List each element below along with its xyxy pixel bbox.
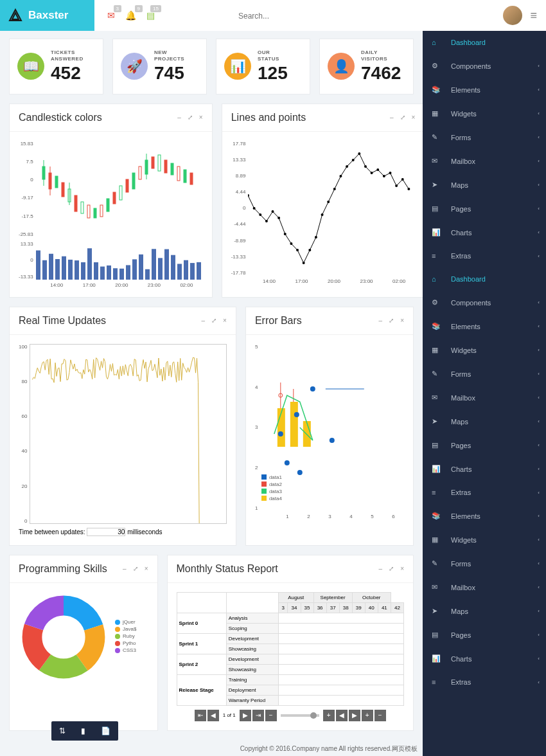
mail-icon[interactable]: ✉3	[107, 10, 115, 21]
expand-icon[interactable]: ⤢	[389, 565, 394, 572]
nav-item-elements[interactable]: 📚 Elements ‹	[423, 78, 546, 102]
nav-label: Components	[451, 62, 491, 70]
svg-point-73	[364, 165, 367, 168]
logo[interactable]: Baxster	[0, 0, 94, 31]
bell-icon[interactable]: 🔔9	[125, 10, 136, 21]
main-content: 📖 TICKETSANSWERED 452 🚀 NEWPROJECTS 745 …	[0, 0, 423, 756]
close-icon[interactable]: ×	[412, 114, 416, 121]
svg-rect-51	[184, 260, 188, 279]
nav-item-mailbox[interactable]: ✉ Mailbox ‹	[423, 575, 546, 599]
minimize-icon[interactable]: –	[202, 317, 206, 324]
stat-value: 745	[154, 63, 198, 84]
chevron-left-icon: ‹	[538, 466, 540, 472]
nav-item-mailbox[interactable]: ✉ Mailbox ‹	[423, 149, 546, 173]
close-icon[interactable]: ×	[223, 317, 227, 324]
panel-title: Error Bars	[255, 315, 379, 327]
widgets-icon: ▦	[432, 536, 442, 544]
nav-item-widgets[interactable]: ▦ Widgets ‹	[423, 338, 546, 362]
nav-item-pages[interactable]: ▤ Pages ‹	[423, 197, 546, 221]
menu-toggle-icon[interactable]: ≡	[530, 9, 537, 22]
svg-rect-5	[62, 183, 64, 197]
close-icon[interactable]: ×	[199, 114, 203, 121]
zoom-in-icon[interactable]: +	[323, 710, 335, 721]
nav-item-extras[interactable]: ≡ Extras ‹	[423, 670, 546, 694]
nav-item-forms[interactable]: ✎ Forms ‹	[423, 552, 546, 575]
nav-item-elements[interactable]: 📚 Elements ‹	[423, 504, 546, 528]
svg-rect-48	[164, 249, 169, 279]
svg-rect-39	[107, 266, 111, 280]
next-icon[interactable]: ▶	[240, 710, 251, 721]
svg-rect-15	[119, 186, 122, 200]
nav-item-charts[interactable]: 📊 Charts ‹	[423, 457, 546, 481]
nav-item-extras[interactable]: ≡ Extras ‹	[423, 481, 546, 504]
top-icons: ✉3 🔔9 ▤15	[94, 10, 155, 21]
minimize-icon[interactable]: –	[123, 565, 127, 572]
expand-icon[interactable]: ⤢	[211, 317, 216, 324]
stat-icon: 👤	[328, 53, 355, 80]
svg-rect-18	[139, 166, 141, 179]
minus-icon[interactable]: −	[374, 710, 386, 721]
avatar[interactable]	[503, 6, 522, 25]
expand-icon[interactable]: ⤢	[133, 565, 138, 572]
file-icon[interactable]: 📄	[93, 721, 118, 741]
minimize-icon[interactable]: –	[379, 565, 383, 572]
nav-item-charts[interactable]: 📊 Charts ‹	[423, 647, 546, 670]
sort-icon[interactable]: ⇅	[51, 721, 73, 741]
nav-item-dashboard[interactable]: ⌂ Dashboard	[423, 267, 546, 291]
stat-label: DAILYVISITORS	[361, 50, 405, 63]
update-interval-input[interactable]	[87, 528, 125, 536]
minimize-icon[interactable]: –	[379, 317, 383, 324]
plus-icon[interactable]: +	[362, 710, 373, 721]
nav-item-forms[interactable]: ✎ Forms ‹	[423, 362, 546, 386]
right-icon[interactable]: ▶	[349, 710, 360, 721]
chart-icon[interactable]: ▮	[73, 721, 93, 741]
nav-item-pages[interactable]: ▤ Pages ‹	[423, 623, 546, 647]
close-icon[interactable]: ×	[400, 317, 404, 324]
last-icon[interactable]: ⇥	[252, 710, 264, 721]
search-input[interactable]	[238, 12, 367, 21]
svg-rect-86	[290, 402, 298, 447]
first-icon[interactable]: ⇤	[195, 710, 206, 721]
charts-icon: 📊	[432, 228, 442, 237]
svg-rect-31	[55, 259, 60, 280]
mail-badge: 3	[114, 5, 121, 12]
nav-item-dashboard[interactable]: ⌂ Dashboard	[423, 31, 546, 54]
mailbox-icon: ✉	[432, 157, 442, 165]
nav-item-components[interactable]: ⚙ Components ‹	[423, 54, 546, 78]
nav-item-elements[interactable]: 📚 Elements ‹	[423, 314, 546, 338]
nav-item-forms[interactable]: ✎ Forms ‹	[423, 125, 546, 149]
nav-item-extras[interactable]: ≡ Extras ‹	[423, 244, 546, 267]
search-area	[155, 10, 503, 21]
nav-item-maps[interactable]: ➤ Maps ‹	[423, 173, 546, 197]
stat-label: NEWPROJECTS	[154, 50, 198, 63]
charts-icon: 📊	[432, 654, 442, 663]
expand-icon[interactable]: ⤢	[400, 114, 405, 121]
zoom-out-icon[interactable]: −	[265, 710, 277, 721]
nav-item-maps[interactable]: ➤ Maps ‹	[423, 410, 546, 433]
expand-icon[interactable]: ⤢	[389, 317, 394, 324]
close-icon[interactable]: ×	[400, 565, 404, 572]
left-icon[interactable]: ◀	[336, 710, 348, 721]
svg-rect-11	[94, 208, 96, 218]
nav-label: Widgets	[451, 536, 477, 544]
expand-icon[interactable]: ⤢	[188, 114, 193, 121]
prev-icon[interactable]: ◀	[207, 710, 219, 721]
nav-label: Forms	[451, 560, 471, 568]
zoom-slider[interactable]	[281, 714, 319, 717]
logo-icon	[8, 8, 23, 23]
nav-item-components[interactable]: ⚙ Components ‹	[423, 291, 546, 314]
nav-item-widgets[interactable]: ▦ Widgets ‹	[423, 102, 546, 125]
volume-chart	[36, 241, 203, 280]
nav-item-maps[interactable]: ➤ Maps ‹	[423, 599, 546, 623]
minimize-icon[interactable]: –	[177, 114, 181, 121]
nav-item-charts[interactable]: 📊 Charts ‹	[423, 221, 546, 244]
close-icon[interactable]: ×	[145, 565, 148, 572]
note-icon[interactable]: ▤15	[146, 10, 155, 21]
line-chart	[248, 141, 415, 276]
nav-item-pages[interactable]: ▤ Pages ‹	[423, 433, 546, 457]
elements-icon: 📚	[432, 512, 442, 520]
nav-item-mailbox[interactable]: ✉ Mailbox ‹	[423, 386, 546, 410]
minimize-icon[interactable]: –	[390, 114, 394, 121]
svg-point-93	[285, 460, 290, 465]
nav-item-widgets[interactable]: ▦ Widgets ‹	[423, 528, 546, 552]
